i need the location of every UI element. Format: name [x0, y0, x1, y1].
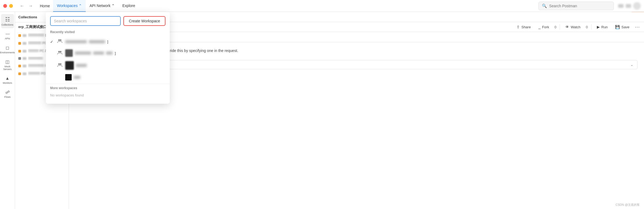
watch-icon: 👁 — [565, 25, 569, 29]
create-workspace-button[interactable]: Create Workspace — [123, 16, 165, 26]
workspaces-label: Workspaces — [57, 4, 78, 8]
avatar — [633, 2, 641, 10]
workspace-dropdown: Create Workspace Recently visited ✓ ] — [46, 12, 170, 104]
workspace-item[interactable]: ] — [46, 47, 170, 59]
explore-nav-item[interactable]: Explore — [119, 0, 139, 12]
item-icon — [23, 72, 26, 75]
explore-label: Explore — [122, 4, 135, 8]
collection-color — [18, 42, 21, 45]
svg-point-2 — [58, 51, 60, 53]
fork-button[interactable]: ⎯ Fork — [536, 24, 551, 30]
search-input[interactable] — [549, 4, 610, 8]
apis-icon-label: APIs — [5, 37, 10, 40]
flows-icon-label: Flows — [4, 96, 11, 98]
workspace-title-text: erp_工商测试接口 — [18, 25, 47, 29]
search-bar[interactable]: 🔍 — [538, 2, 614, 10]
workspace-search-input[interactable] — [50, 16, 121, 26]
ws-item-info: ] — [65, 40, 165, 44]
collections-icon-label: Collections — [1, 23, 13, 26]
watch-label: Watch — [571, 25, 580, 29]
collection-color — [18, 34, 21, 37]
nav-back-button[interactable]: ← — [18, 2, 26, 9]
footer-credit: CSDN @汶底的客 — [616, 203, 640, 207]
run-icon: ▶ — [597, 25, 600, 29]
collections-icon: ☷ — [5, 16, 10, 23]
share-icon: ⇧ — [517, 25, 520, 29]
settings-icon — [626, 4, 631, 8]
workspace-item[interactable] — [46, 59, 170, 72]
svg-point-0 — [58, 39, 60, 41]
collection-color — [18, 57, 21, 60]
fork-icon: ⎯ — [538, 25, 541, 29]
workspace-item[interactable] — [46, 72, 170, 83]
mock-servers-icon-label: Mock Servers — [2, 65, 13, 71]
home-nav-button[interactable]: Home — [37, 4, 53, 8]
share-label: Share — [521, 25, 531, 29]
api-network-chevron-icon: ⌃ — [112, 4, 115, 8]
monitors-icon: ▲ — [5, 76, 10, 81]
ws-team-icon — [57, 38, 63, 45]
traffic-lights — [0, 4, 16, 8]
workspaces-nav-item[interactable]: Workspaces ⌃ — [53, 0, 86, 12]
recently-visited-title: Recently visited — [46, 29, 170, 36]
nav-forward-button[interactable]: → — [27, 2, 34, 9]
watch-button[interactable]: 👁 Watch — [563, 24, 583, 30]
more-options-button[interactable]: ⋯ — [635, 24, 640, 30]
ws-check-icon: ✓ — [50, 40, 54, 44]
footer-credit-text: CSDN @汶底的客 — [616, 203, 640, 206]
monitors-icon-label: Monitors — [3, 82, 12, 84]
ws-team-icon — [57, 62, 63, 69]
no-workspaces-text: No workspaces found — [46, 91, 170, 99]
environments-icon: ◻ — [6, 45, 9, 50]
user-area — [618, 2, 644, 10]
item-icon — [23, 34, 26, 37]
fork-count: 0 — [555, 25, 556, 29]
svg-point-4 — [58, 63, 60, 65]
sidebar-icons: ☷ Collections ⸻ APIs ◻ Environments ◫ Mo… — [0, 12, 15, 209]
sidebar-item-environments[interactable]: ◻ Environments — [1, 43, 14, 56]
action-divider — [560, 24, 560, 30]
run-button[interactable]: ▶ Run — [595, 24, 610, 30]
action-divider-2 — [591, 24, 591, 30]
sidebar-item-monitors[interactable]: ▲ Monitors — [1, 74, 14, 86]
topbar: ← → Home Workspaces ⌃ API Network ⌃ Expl… — [0, 0, 644, 12]
search-icon: 🔍 — [542, 4, 547, 8]
item-icon — [23, 50, 26, 53]
sidebar-item-apis[interactable]: ⸻ APIs — [1, 29, 14, 42]
svg-point-1 — [60, 39, 61, 41]
run-label: Run — [601, 25, 608, 29]
svg-point-5 — [60, 63, 61, 65]
item-icon — [23, 65, 26, 67]
ws-team-icon — [57, 50, 63, 57]
traffic-light-red[interactable] — [3, 4, 7, 8]
apis-icon: ⸻ — [5, 32, 10, 36]
sidebar-item-collections[interactable]: ☷ Collections — [1, 14, 14, 28]
svg-point-3 — [60, 51, 61, 53]
traffic-light-yellow[interactable] — [9, 4, 13, 8]
api-network-nav-item[interactable]: API Network ⌃ — [86, 0, 119, 12]
ws-item-info: ] — [65, 49, 165, 57]
fork-label: Fork — [542, 25, 549, 29]
main-layout: ☷ Collections ⸻ APIs ◻ Environments ◫ Mo… — [0, 12, 644, 209]
auth-chevron-icon: ⌄ — [630, 62, 633, 67]
api-network-label: API Network — [89, 4, 110, 8]
save-button[interactable]: 💾 Save — [613, 24, 632, 30]
notification-icon — [618, 4, 624, 8]
flows-icon: ☍ — [5, 90, 10, 95]
item-icon — [23, 42, 26, 45]
save-label: Save — [621, 25, 629, 29]
workspace-item[interactable]: ✓ ] — [46, 36, 170, 47]
ws-item-info — [65, 61, 165, 70]
more-workspaces-title: More workspaces — [46, 84, 170, 91]
save-icon: 💾 — [615, 25, 620, 29]
sidebar-item-flows[interactable]: ☍ Flows — [1, 88, 14, 100]
collection-color — [18, 72, 21, 75]
share-button[interactable]: ⇧ Share — [514, 24, 533, 30]
item-icon — [23, 57, 26, 60]
environments-icon-label: Environments — [0, 51, 15, 54]
left-panel-title: Collections — [18, 15, 37, 19]
workspaces-chevron-icon: ⌃ — [79, 4, 82, 8]
sidebar-item-mock-servers[interactable]: ◫ Mock Servers — [1, 57, 14, 73]
mock-servers-icon: ◫ — [5, 59, 9, 64]
collection-color — [18, 65, 21, 67]
